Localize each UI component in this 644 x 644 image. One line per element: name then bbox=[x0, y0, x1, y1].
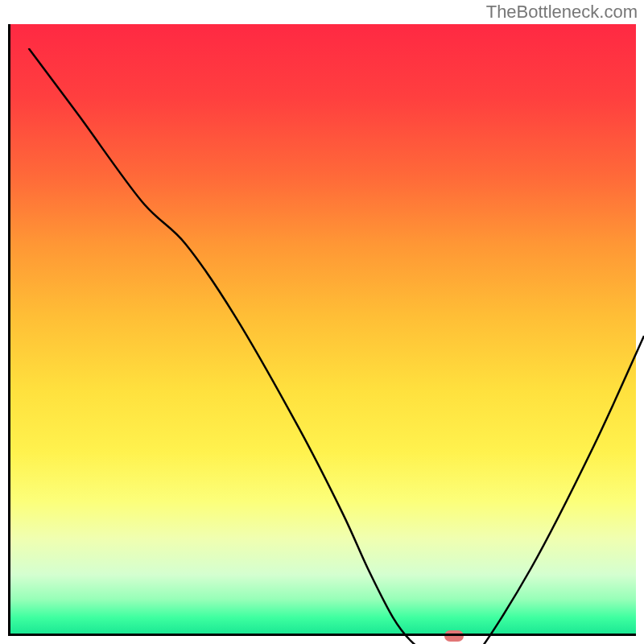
curve-svg bbox=[16, 48, 644, 644]
plot-area bbox=[8, 24, 636, 636]
bottleneck-curve-path bbox=[29, 48, 644, 644]
x-axis bbox=[8, 634, 636, 636]
optimal-marker bbox=[444, 630, 464, 642]
watermark-text: TheBottleneck.com bbox=[486, 2, 638, 23]
y-axis bbox=[8, 24, 10, 636]
bottleneck-chart: TheBottleneck.com bbox=[0, 0, 644, 644]
